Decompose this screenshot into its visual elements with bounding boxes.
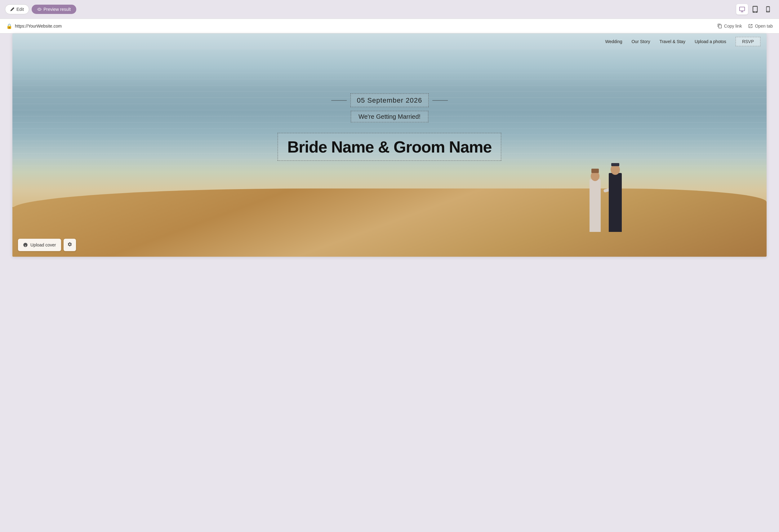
- lock-icon: 🔒: [6, 23, 12, 29]
- mobile-icon: [765, 6, 772, 13]
- pencil-icon: [10, 7, 14, 11]
- date-line: 05 September 2026: [88, 93, 691, 107]
- names-box[interactable]: Bride Name & Groom Name: [278, 133, 501, 161]
- open-tab-icon: [748, 23, 753, 28]
- open-tab-button[interactable]: Open tab: [748, 23, 773, 28]
- main-content: Wedding Our Story Travel & Stay Upload a…: [0, 34, 779, 269]
- website-preview: Wedding Our Story Travel & Stay Upload a…: [12, 34, 767, 257]
- nav-travel-stay[interactable]: Travel & Stay: [659, 39, 685, 44]
- edit-button[interactable]: Edit: [5, 4, 29, 14]
- tablet-device-button[interactable]: [749, 4, 761, 14]
- copy-icon: [717, 23, 722, 28]
- eye-icon: [37, 7, 42, 11]
- top-toolbar: Edit Preview result: [0, 0, 779, 19]
- settings-button[interactable]: [64, 239, 76, 251]
- nav-wedding[interactable]: Wedding: [605, 39, 622, 44]
- browser-url: 🔒 https://YourWebsite.com: [6, 23, 62, 29]
- preview-outer: Wedding Our Story Travel & Stay Upload a…: [6, 34, 773, 263]
- subtitle-box[interactable]: We're Getting Married!: [351, 111, 428, 123]
- edit-label: Edit: [16, 7, 24, 12]
- left-dash: [331, 100, 347, 101]
- toolbar-left: Edit Preview result: [5, 4, 76, 14]
- ground-right: [12, 189, 767, 257]
- nav-rsvp-button[interactable]: RSVP: [735, 37, 760, 46]
- open-tab-label: Open tab: [755, 23, 773, 28]
- toolbar-right: [736, 4, 774, 14]
- date-box[interactable]: 05 September 2026: [350, 93, 429, 107]
- upload-cover-label: Upload cover: [31, 243, 56, 247]
- mobile-device-button[interactable]: [762, 4, 774, 14]
- url-text: https://YourWebsite.com: [15, 23, 62, 28]
- upload-cover-button[interactable]: Upload cover: [18, 239, 61, 251]
- preview-button[interactable]: Preview result: [32, 5, 76, 14]
- tablet-icon: [752, 6, 759, 13]
- gear-icon: [67, 242, 72, 247]
- browser-bar: 🔒 https://YourWebsite.com Copy link Open…: [0, 19, 779, 34]
- preview-label: Preview result: [44, 7, 71, 12]
- website-preview-wrapper: Wedding Our Story Travel & Stay Upload a…: [12, 34, 767, 257]
- nav-upload-photos[interactable]: Upload a photos: [695, 39, 726, 44]
- right-dash: [432, 100, 448, 101]
- nav-our-story[interactable]: Our Story: [632, 39, 650, 44]
- upload-icon: [23, 243, 28, 247]
- copy-link-button[interactable]: Copy link: [717, 23, 742, 28]
- browser-actions: Copy link Open tab: [717, 23, 773, 28]
- desktop-icon: [739, 6, 745, 13]
- copy-link-label: Copy link: [724, 23, 742, 28]
- desktop-device-button[interactable]: [736, 4, 748, 14]
- hero-content: 05 September 2026 We're Getting Married!…: [88, 93, 691, 161]
- names-text: Bride Name & Groom Name: [288, 138, 492, 156]
- preview-nav: Wedding Our Story Travel & Stay Upload a…: [12, 34, 767, 50]
- bottom-buttons: Upload cover: [18, 239, 76, 251]
